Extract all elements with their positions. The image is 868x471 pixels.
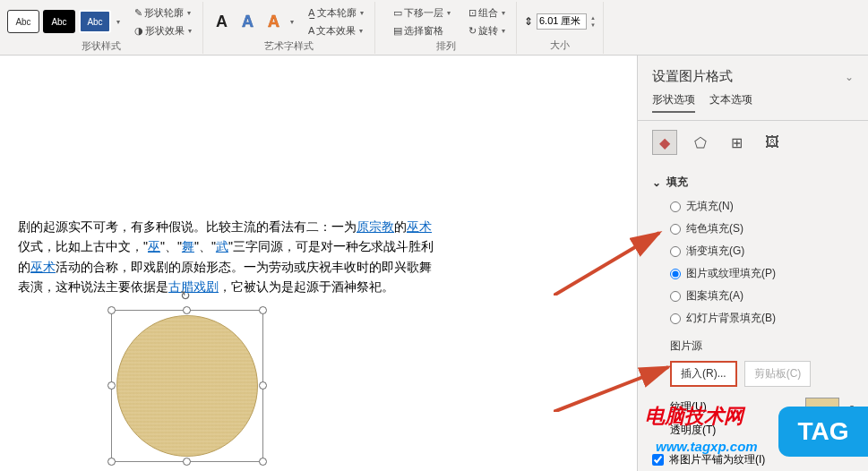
group-label: 形状样式 — [82, 39, 121, 53]
picture-tab-icon[interactable]: 🖼 — [760, 130, 785, 155]
radio-solid-fill[interactable]: 纯色填充(S) — [670, 221, 854, 236]
rotate-button[interactable]: ↻旋转▾ — [465, 21, 509, 39]
arrange-group: ▭下移一层▾ ▤选择窗格 ⊡组合▾ ↻旋转▾ 排列 — [375, 2, 517, 54]
chevron-down-icon[interactable]: ⌄ — [845, 71, 854, 83]
fill-section-header[interactable]: ⌄ 填充 — [652, 171, 854, 193]
chevron-down-icon: ⌄ — [652, 176, 661, 189]
spinner-down[interactable]: ▼ — [590, 21, 596, 29]
resize-handle[interactable] — [259, 381, 267, 390]
shape-effects-button[interactable]: ◑形状效果▾ — [131, 21, 195, 39]
tag-badge: TAG — [778, 407, 868, 457]
rotate-icon: ↻ — [468, 25, 477, 37]
link-religion[interactable]: 原宗教 — [357, 219, 394, 234]
link-wu3[interactable]: 武 — [216, 239, 228, 253]
radio-gradient-fill[interactable]: 渐变填充(G) — [670, 244, 854, 259]
document-text: 剧的起源实不可考，有多种假说。比较主流的看法有二：一为原宗教的巫术仪式，比如上古… — [18, 217, 439, 297]
shape-style-preset-2[interactable]: Abc — [43, 10, 75, 33]
height-icon: ⇕ — [524, 15, 533, 28]
clipboard-button[interactable]: 剪贴板(C) — [744, 361, 812, 387]
link-wu2[interactable]: 舞 — [182, 239, 194, 253]
size-tab-icon[interactable]: ⊞ — [724, 130, 749, 155]
link-wu1[interactable]: 巫 — [148, 239, 160, 253]
shape-styles-group: Abc Abc Abc ▾ ✎形状轮廓▾ ◑形状效果▾ 形状样式 — [0, 2, 203, 54]
tile-label: 将图片平铺为纹理(I) — [669, 452, 765, 467]
group-label: 排列 — [436, 39, 456, 53]
height-input[interactable] — [537, 13, 587, 30]
text-outline-icon: A̲ — [308, 7, 315, 19]
selected-shape[interactable]: ↻ — [116, 315, 258, 457]
picture-source-label: 图片源 — [652, 331, 854, 357]
text-outline-button[interactable]: A̲文本轮廓▾ — [305, 4, 367, 21]
selection-pane-icon: ▤ — [393, 25, 402, 37]
style-more-icon[interactable]: ▾ — [116, 18, 120, 26]
group-icon: ⊡ — [468, 7, 477, 19]
document-canvas[interactable]: 剧的起源实不可考，有多种假说。比较主流的看法有二：一为原宗教的巫术仪式，比如上古… — [0, 56, 637, 471]
tile-checkbox[interactable] — [652, 454, 664, 466]
shape-style-preset-1[interactable]: Abc — [7, 10, 39, 33]
size-group: ⇕ ▲ ▼ 大小 — [517, 2, 604, 54]
tab-shape-options[interactable]: 形状选项 — [652, 92, 695, 113]
group-label: 大小 — [550, 39, 570, 52]
radio-slide-bg-fill[interactable]: 幻灯片背景填充(B) — [670, 311, 854, 326]
ribbon: Abc Abc Abc ▾ ✎形状轮廓▾ ◑形状效果▾ 形状样式 A A A ▾… — [0, 0, 868, 56]
resize-handle[interactable] — [259, 458, 267, 466]
group-button[interactable]: ⊡组合▾ — [465, 4, 509, 21]
shape-outline-button[interactable]: ✎形状轮廓▾ — [131, 4, 195, 21]
radio-pattern-fill[interactable]: 图案填充(A) — [670, 288, 854, 304]
wordart-more-icon[interactable]: ▾ — [290, 18, 294, 26]
effects-icon: ◑ — [134, 25, 143, 37]
link-wushu2[interactable]: 巫术 — [30, 260, 56, 274]
panel-title: 设置图片格式 — [652, 68, 733, 85]
text-effects-icon: A — [308, 25, 314, 36]
link-wushu1[interactable]: 巫术 — [407, 219, 432, 234]
fill-tab-icon[interactable]: ◆ — [652, 130, 677, 155]
send-backward-icon: ▭ — [393, 7, 402, 19]
effects-tab-icon[interactable]: ⬠ — [688, 130, 713, 155]
selection-box — [111, 310, 263, 462]
text-styles-group: A A A ▾ A̲文本轮廓▾ A文本效果▾ 艺术字样式 — [203, 2, 375, 54]
selection-pane-button[interactable]: ▤选择窗格 — [390, 21, 454, 39]
shape-style-preset-3[interactable]: Abc — [79, 10, 111, 33]
watermark-text-2: www.tagxp.com — [656, 439, 758, 454]
pen-icon: ✎ — [134, 7, 142, 19]
resize-handle[interactable] — [107, 306, 116, 314]
insert-picture-button[interactable]: 插入(R)... — [670, 361, 737, 387]
wordart-preset-3[interactable]: A — [262, 13, 285, 31]
resize-handle[interactable] — [107, 381, 116, 390]
wordart-preset-1[interactable]: A — [211, 13, 233, 31]
resize-handle[interactable] — [259, 306, 267, 314]
tab-text-options[interactable]: 文本选项 — [709, 92, 752, 113]
group-label: 艺术字样式 — [264, 39, 314, 53]
spinner-up[interactable]: ▲ — [590, 14, 596, 21]
radio-no-fill[interactable]: 无填充(N) — [670, 199, 854, 214]
resize-handle[interactable] — [183, 458, 191, 466]
resize-handle[interactable] — [183, 306, 191, 314]
send-backward-button[interactable]: ▭下移一层▾ — [390, 4, 454, 21]
resize-handle[interactable] — [107, 458, 116, 466]
radio-picture-fill[interactable]: 图片或纹理填充(P) — [670, 266, 854, 281]
wordart-preset-2[interactable]: A — [236, 13, 259, 31]
rotate-handle[interactable]: ↻ — [180, 288, 194, 303]
text-effects-button[interactable]: A文本效果▾ — [305, 21, 367, 39]
watermark-text-1: 电脑技术网 — [645, 403, 743, 430]
